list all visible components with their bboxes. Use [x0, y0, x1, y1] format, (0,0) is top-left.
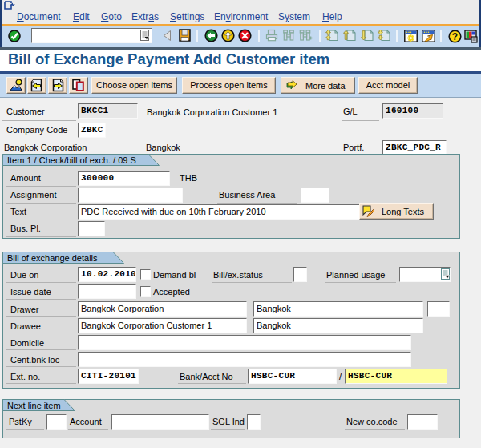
svg-text:?: ?	[452, 31, 458, 42]
